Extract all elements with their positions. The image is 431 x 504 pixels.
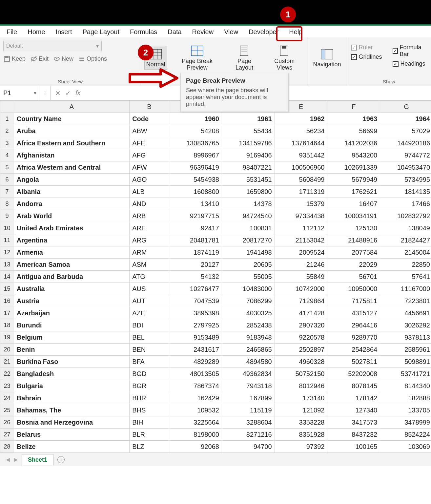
row-header[interactable]: 24	[0, 392, 14, 404]
cell[interactable]: BEL	[130, 331, 169, 344]
cell[interactable]: 56699	[327, 125, 380, 137]
col-header-G[interactable]: G	[380, 101, 431, 113]
sheet-scroll-right[interactable]: ▶	[14, 456, 18, 463]
page-break-preview-button[interactable]: Page Break Preview	[171, 43, 224, 73]
cell[interactable]: 8271216	[222, 429, 275, 441]
cell[interactable]: 57029	[380, 125, 431, 137]
options-button[interactable]: Options	[78, 55, 107, 62]
cell[interactable]: 98407221	[222, 161, 275, 174]
cell[interactable]: 1608800	[169, 186, 222, 198]
cell[interactable]: 162429	[169, 392, 222, 404]
cell[interactable]: 7867374	[169, 380, 222, 392]
cell[interactable]: 22850	[380, 259, 431, 271]
cell[interactable]: 1963	[327, 113, 380, 125]
gridlines-checkbox[interactable]: Gridlines	[350, 52, 383, 62]
cell[interactable]: 115119	[222, 404, 275, 416]
cell[interactable]: 1941498	[222, 246, 275, 259]
cell[interactable]: 8012946	[275, 380, 327, 392]
cell[interactable]: Belarus	[14, 429, 129, 441]
cell[interactable]: 182888	[380, 392, 431, 404]
cell[interactable]: Bulgaria	[14, 380, 129, 392]
row-header[interactable]: 11	[0, 234, 14, 246]
cell[interactable]: 137614644	[275, 137, 327, 149]
cell[interactable]: 1711319	[275, 186, 327, 198]
cell[interactable]: Bahrain	[14, 392, 129, 404]
cell[interactable]: 178142	[327, 392, 380, 404]
cell[interactable]: 103069	[380, 441, 431, 453]
cell[interactable]: 3895398	[169, 307, 222, 319]
row-header[interactable]: 25	[0, 404, 14, 416]
cell[interactable]: ARE	[130, 222, 169, 234]
keep-button[interactable]: Keep	[3, 55, 26, 62]
cell[interactable]: BEN	[130, 344, 169, 356]
cell[interactable]: 20481781	[169, 234, 222, 246]
cell[interactable]: Afghanistan	[14, 149, 129, 161]
cancel-icon[interactable]: ✕	[55, 89, 61, 97]
cell[interactable]: Australia	[14, 283, 129, 295]
cell[interactable]: ARM	[130, 246, 169, 259]
cell[interactable]: 56701	[327, 271, 380, 283]
cell[interactable]: Benin	[14, 344, 129, 356]
tab-review[interactable]: Review	[187, 26, 219, 38]
cell[interactable]: 127340	[327, 404, 380, 416]
cell[interactable]: ATG	[130, 271, 169, 283]
cell[interactable]: AZE	[130, 307, 169, 319]
cell[interactable]: 8144340	[380, 380, 431, 392]
cell[interactable]: 9169406	[222, 149, 275, 161]
cell[interactable]: 4829289	[169, 356, 222, 368]
tab-page-layout[interactable]: Page Layout	[77, 26, 125, 38]
cell[interactable]: 53741721	[380, 368, 431, 380]
cell[interactable]: 173140	[275, 392, 327, 404]
row-header[interactable]: 8	[0, 198, 14, 210]
cell[interactable]: 48013505	[169, 368, 222, 380]
cell[interactable]: Andorra	[14, 198, 129, 210]
cell[interactable]: 102832792	[380, 210, 431, 222]
cell[interactable]: 57641	[380, 271, 431, 283]
cell[interactable]: 4315127	[327, 307, 380, 319]
cell[interactable]: Africa Western and Central	[14, 161, 129, 174]
cell[interactable]: 4456691	[380, 307, 431, 319]
sheet-view-selector[interactable]: Default ▾	[3, 41, 102, 51]
cell[interactable]: 8996967	[169, 149, 222, 161]
tab-view[interactable]: View	[219, 26, 243, 39]
cell[interactable]: BHR	[130, 392, 169, 404]
row-header[interactable]: 13	[0, 259, 14, 271]
cell[interactable]: 55849	[275, 271, 327, 283]
cell[interactable]: 109532	[169, 404, 222, 416]
cell[interactable]: 1962	[275, 113, 327, 125]
cell[interactable]: 8078145	[327, 380, 380, 392]
tab-formulas[interactable]: Formulas	[125, 26, 162, 38]
cell[interactable]: 1762621	[327, 186, 380, 198]
cell[interactable]: 5679949	[327, 174, 380, 186]
cell[interactable]: 54132	[169, 271, 222, 283]
enter-icon[interactable]: ✓	[65, 89, 71, 97]
cell[interactable]: ARG	[130, 234, 169, 246]
cell[interactable]: 3417573	[327, 416, 380, 429]
cell[interactable]: 2077584	[327, 246, 380, 259]
cell[interactable]: Arab World	[14, 210, 129, 222]
cell[interactable]: 55434	[222, 125, 275, 137]
cell[interactable]: 10276477	[169, 283, 222, 295]
cell[interactable]: 55005	[222, 271, 275, 283]
cell[interactable]: 130836765	[169, 137, 222, 149]
tab-home[interactable]: Home	[22, 26, 50, 38]
cell[interactable]: 21153042	[275, 234, 327, 246]
cell[interactable]: 100165	[327, 441, 380, 453]
cell[interactable]: 11167000	[380, 283, 431, 295]
cell[interactable]: 3478999	[380, 416, 431, 429]
spreadsheet-grid[interactable]: A B C D E F G 1 Country Name Code 1960 1…	[0, 100, 431, 453]
cell[interactable]: BHS	[130, 404, 169, 416]
cell[interactable]: 1964	[380, 113, 431, 125]
cell[interactable]: 49362834	[222, 368, 275, 380]
cell[interactable]: 15379	[275, 198, 327, 210]
cell[interactable]: 112112	[275, 222, 327, 234]
row-header[interactable]: 3	[0, 137, 14, 149]
row-header[interactable]: 20	[0, 344, 14, 356]
cell[interactable]: Antigua and Barbuda	[14, 271, 129, 283]
cell[interactable]: 8524224	[380, 429, 431, 441]
cell[interactable]: 2465865	[222, 344, 275, 356]
cell[interactable]: 2009524	[275, 246, 327, 259]
cell[interactable]: 5734995	[380, 174, 431, 186]
cell[interactable]: Burundi	[14, 319, 129, 331]
cell[interactable]: Country Name	[14, 113, 129, 125]
